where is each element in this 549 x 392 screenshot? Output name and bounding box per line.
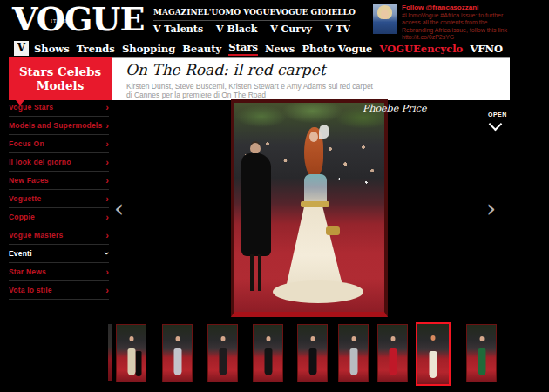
open-button[interactable]: OPEN — [488, 112, 507, 118]
phoebe-gold-belt — [301, 201, 329, 207]
page-title: On The Road: il red carpet — [125, 61, 326, 78]
chevron-right-icon: › — [105, 158, 109, 166]
sidebar-item-il-look-del-giorno[interactable]: Il look del giorno › — [9, 153, 109, 172]
nav-item-news[interactable]: News — [265, 43, 295, 55]
sidebar-item-label: Focus On — [9, 139, 44, 148]
phoebe-gown-train — [273, 280, 363, 303]
twitter-status-text: #UomoVogue #Africa issue: to further acc… — [402, 12, 515, 42]
sidebar-item-focus-on[interactable]: Focus On › — [9, 135, 109, 153]
nav-item-photo-vogue[interactable]: Photo Vogue — [302, 43, 372, 55]
chevron-right-icon: › — [105, 121, 109, 130]
chevron-right-icon: › — [105, 231, 109, 240]
chevron-right-icon: › — [105, 194, 109, 203]
nav-item-shopping[interactable]: Shopping — [122, 43, 175, 55]
menu-luomo-vogue[interactable]: L'UOMO VOGUE — [203, 8, 275, 17]
chevron-right-icon: › — [105, 286, 109, 294]
phoebe-sequined-bodice — [304, 174, 327, 203]
top-menu-row1: MAGAZINE L'UOMO VOGUE VOGUE GIOIELLO — [153, 8, 350, 17]
photo-caption: Phoebe Price — [363, 103, 427, 114]
gallery-thumbnail-6[interactable] — [338, 324, 369, 382]
sidebar-item-label: Vogue Stars — [9, 103, 53, 112]
bystander-leg — [250, 254, 254, 291]
sidebar-item-vota-lo-stile[interactable]: Vota lo stile › — [9, 281, 109, 300]
sidebar-item-voguette[interactable]: Voguette › — [9, 190, 109, 208]
chevron-right-icon: › — [105, 267, 109, 276]
sidebar-item-label: Vota lo stile — [9, 286, 52, 294]
twitter-line: Rebranding Africa issue, follow this lin… — [402, 27, 515, 34]
gallery-thumbnail-8-selected[interactable] — [416, 322, 451, 386]
page-subtitle-line2: di Cannes per la premiere di On The Road — [126, 91, 373, 99]
gallery-thumbnail-9[interactable] — [466, 324, 497, 382]
gallery-thumbnail-7[interactable] — [377, 324, 408, 382]
sidebar-item-label: New Faces — [9, 176, 49, 185]
twitter-line: #UomoVogue #Africa issue: to further — [402, 12, 515, 19]
phoebe-gold-clutch — [326, 226, 340, 235]
nav-item-beauty[interactable]: Beauty — [182, 43, 221, 55]
avatar-face — [381, 10, 389, 19]
menu-v-talents[interactable]: V Talents — [153, 24, 203, 35]
nav-item-shows[interactable]: Shows — [34, 43, 70, 55]
page-subtitle-line1: Kirsten Dunst, Steve Buscemi, Kristen St… — [126, 82, 373, 91]
section-badge-line1: Stars Celebs — [9, 64, 112, 78]
gallery-thumbnail-2[interactable] — [162, 324, 193, 382]
open-chevron-down-icon[interactable] — [489, 118, 503, 132]
sidebar-item-vogue-stars[interactable]: Vogue Stars › — [9, 98, 109, 117]
phoebe-feather-headpiece — [319, 125, 329, 139]
franca-sozzani-avatar[interactable] — [373, 4, 396, 34]
vogue-logo[interactable]: VOGUE — [12, 1, 144, 37]
nav-item-stars[interactable]: Stars — [228, 41, 258, 56]
chevron-right-icon: › — [105, 213, 109, 221]
sidebar-item-label: Coppie — [9, 213, 35, 221]
chevron-down-icon: › — [103, 252, 112, 255]
previous-photo-button[interactable]: ‹ — [114, 197, 124, 221]
vogue-logo-country: ITALIA — [51, 18, 71, 24]
nav-items: Shows Trends Shopping Beauty Stars News … — [34, 40, 503, 57]
chevron-right-icon: › — [105, 139, 109, 148]
page-subtitle: Kirsten Dunst, Steve Buscemi, Kristen St… — [126, 82, 373, 99]
sidebar-item-new-faces[interactable]: New Faces › — [9, 172, 109, 190]
menu-v-black[interactable]: V Black — [216, 24, 257, 35]
sidebar-item-vogue-masters[interactable]: Vogue Masters › — [9, 226, 109, 245]
sidebar-item-coppie[interactable]: Coppie › — [9, 208, 109, 226]
section-badge-stars-celebs-models[interactable]: Stars Celebs Models — [9, 57, 112, 100]
nav-item-trends[interactable]: Trends — [77, 43, 115, 55]
phoebe-face — [309, 132, 318, 142]
sidebar-item-models-and-supermodels[interactable]: Models and Supermodels › — [9, 117, 109, 135]
gallery-thumbnail-1[interactable] — [116, 324, 146, 382]
chevron-right-icon: › — [105, 103, 109, 112]
section-badge-line2: Models — [9, 78, 112, 92]
menu-vogue-gioiello[interactable]: VOGUE GIOIELLO — [275, 8, 356, 17]
next-photo-button[interactable]: › — [486, 197, 496, 221]
sidebar-nav: Vogue Stars › Models and Supermodels › F… — [0, 98, 112, 300]
main-photo[interactable] — [231, 99, 388, 317]
gallery-thumbnail-5[interactable] — [297, 324, 328, 382]
gallery-thumbnail-4[interactable] — [253, 324, 283, 382]
sidebar-item-label: Models and Supermodels — [9, 121, 102, 130]
nav-item-vfno[interactable]: VFNO — [470, 43, 503, 55]
top-menu-divider — [153, 20, 350, 21]
menu-magazine[interactable]: MAGAZINE — [153, 8, 203, 17]
sidebar-item-label: Star News — [9, 267, 46, 276]
gallery-thumbnail-partial[interactable] — [108, 324, 112, 381]
menu-v-curvy[interactable]: V Curvy — [270, 24, 312, 35]
sidebar-item-label: Eventi — [9, 249, 32, 258]
menu-v-tv[interactable]: V TV — [325, 24, 350, 35]
twitter-line: access all the contents from the — [402, 19, 515, 26]
gallery-thumbnail-3[interactable] — [207, 324, 238, 382]
sidebar-item-label: Voguette — [9, 194, 41, 203]
nav-v-home-button[interactable]: V — [14, 41, 29, 56]
bystander-leg — [258, 254, 261, 291]
sidebar-item-eventi[interactable]: Eventi › — [9, 245, 109, 263]
sidebar-item-label: Il look del giorno — [9, 158, 71, 166]
sidebar-item-label: Vogue Masters — [9, 231, 63, 240]
nav-item-vogueencyclo[interactable]: VOGUEencyclo — [379, 43, 463, 55]
bystander-in-black — [241, 153, 271, 256]
twitter-follow-link[interactable]: Follow @francasozzani — [402, 3, 478, 11]
chevron-right-icon: › — [105, 176, 109, 185]
sidebar-item-star-news[interactable]: Star News › — [9, 263, 109, 281]
top-menu-row2: V Talents V Black V Curvy V TV — [153, 24, 350, 35]
